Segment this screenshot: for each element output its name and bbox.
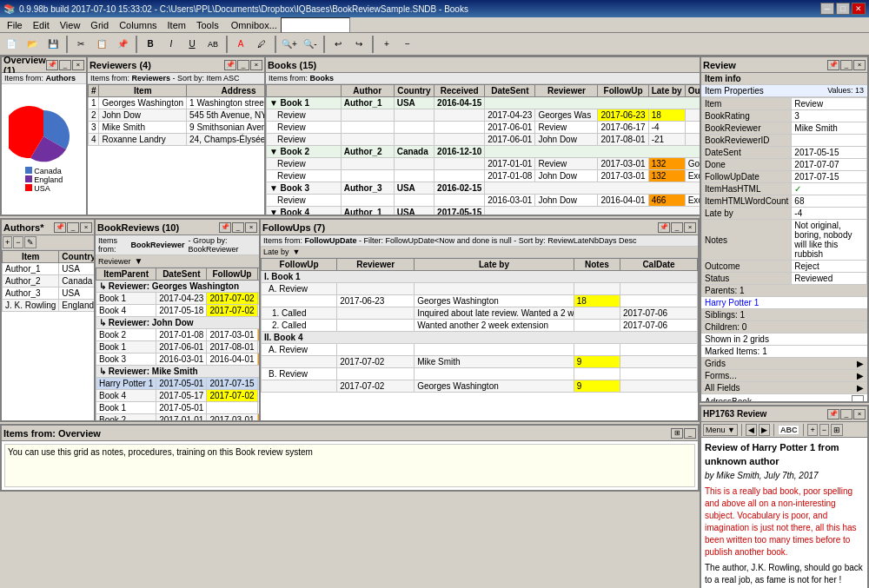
overview-controls[interactable]: 📌 _ ×	[46, 60, 84, 70]
book-sub-row[interactable]: Review 2017-04-23 Georges Was 2017-06-23…	[266, 109, 700, 122]
fu-row[interactable]: 2017-07-02 Georges Washington 9	[262, 380, 698, 393]
br-row-selected[interactable]: Harry Potter 1 2017-05-01 2017-07-15 -4 …	[96, 378, 260, 390]
reviewers-pin[interactable]: 📌	[224, 60, 236, 70]
br-controls[interactable]: 📌 _ ×	[219, 222, 257, 233]
authors-sub-pin[interactable]: 📌	[54, 222, 66, 233]
rt-close[interactable]: ×	[853, 409, 866, 420]
reviewers-controls[interactable]: 📌 _ ×	[224, 60, 262, 70]
fu-pin[interactable]: 📌	[658, 222, 670, 233]
cut-button[interactable]: ✂	[71, 35, 90, 54]
book-sub-row[interactable]: Review 2016-03-01 John Dow 2016-04-01 46…	[266, 195, 700, 207]
ri-close[interactable]: ×	[853, 60, 866, 70]
rt-controls[interactable]: 📌 _ ×	[827, 409, 866, 420]
fu-grid[interactable]: FollowUp Reviewer Late by Notes CalDate …	[261, 258, 698, 420]
new-button[interactable]: 📄	[2, 35, 21, 54]
reviewer-row[interactable]: 2 John Dow 545 5th Avenue, NY NY@NY	[88, 109, 264, 122]
maximize-button[interactable]: □	[836, 3, 850, 15]
authors-add[interactable]: +	[3, 236, 12, 248]
rt-pin[interactable]: 📌	[827, 409, 839, 420]
reviewers-close[interactable]: ×	[250, 60, 262, 70]
rt-zoom-in[interactable]: +	[807, 424, 817, 436]
br-row[interactable]: Book 2 2017-01-08 2017-03-01 132 Excelle…	[96, 329, 260, 341]
author-row[interactable]: Author_1USA	[3, 263, 95, 275]
book-group-row[interactable]: ▼ Book 4 Author_1 USA 2017-05-15	[266, 207, 700, 215]
forms-section[interactable]: Forms... ▶	[701, 370, 867, 382]
zoom-in-button[interactable]: 🔍+	[280, 35, 299, 54]
authors-sub-controls[interactable]: 📌 _ ×	[54, 222, 92, 233]
br-row[interactable]: Book 1 2017-06-01 2017-08-01 -21	[96, 341, 260, 353]
menu-item[interactable]: Item	[163, 19, 191, 31]
book-group-row[interactable]: ▼ Book 1 Author_1 USA 2016-04-15	[266, 97, 700, 109]
ab-button[interactable]: AB	[203, 35, 222, 54]
books-grid[interactable]: Author Country Received DateSent Reviewe…	[266, 84, 700, 215]
underline-button[interactable]: U	[182, 35, 202, 54]
oi-expand[interactable]: ⊞	[671, 428, 683, 439]
rt-min[interactable]: _	[840, 409, 852, 420]
authors-sub-grid[interactable]: Item Country Author_1USA Author_2Canada …	[2, 250, 94, 420]
book-sub-row[interactable]: Review 2017-01-01 Review 2017-03-01 132 …	[266, 158, 700, 170]
book-group-row[interactable]: ▼ Book 2 Author_2 Canada 2016-12-10 Acce…	[266, 146, 700, 158]
fu-row[interactable]: 2017-06-23 Georges Washington 18	[262, 295, 698, 307]
reviewer-row[interactable]: 4 Roxanne Landry 24, Champs-Élysées, Par…	[88, 134, 264, 146]
save-button[interactable]: 💾	[43, 35, 63, 54]
rt-fwd-btn[interactable]: ▶	[759, 424, 770, 436]
br-row[interactable]: Book 1 2017-05-01 -4 No time to review, …	[96, 402, 260, 414]
minimize-button[interactable]: ─	[820, 3, 834, 15]
oi-min[interactable]: _	[684, 428, 696, 439]
reviewers-grid[interactable]: # Item Address EMail 1 Georges Washingto…	[88, 84, 264, 215]
copy-button[interactable]: 📋	[92, 35, 111, 54]
br-row[interactable]: Book 3 2016-03-01 2016-04-01 466	[96, 353, 260, 366]
reviewer-row[interactable]: 3 Mike Smith 9 Smithsonian Avenue, Washi…	[88, 122, 264, 134]
ri-min[interactable]: _	[840, 60, 852, 70]
menu-grid[interactable]: Grid	[85, 19, 114, 31]
author-row[interactable]: Author_2Canada	[3, 275, 95, 287]
fu-row[interactable]: A. Review	[262, 283, 698, 295]
close-button[interactable]: ✕	[852, 3, 866, 15]
rt-back-btn[interactable]: ◀	[746, 424, 757, 436]
authors-del[interactable]: −	[13, 236, 23, 248]
zoom-out-button[interactable]: 🔍-	[301, 35, 320, 54]
authors-sub-min[interactable]: _	[67, 222, 79, 233]
delete-row-button[interactable]: −	[398, 35, 417, 54]
highlight-button[interactable]: 🖊	[252, 35, 271, 54]
rt-expand-btn[interactable]: ⊞	[831, 424, 843, 436]
omnibox-input[interactable]	[281, 17, 350, 33]
br-row[interactable]: Book 4 2017-05-18 2017-07-02 9	[96, 305, 260, 317]
all-fields-section[interactable]: All Fields ▶	[701, 382, 867, 394]
overview-minimize[interactable]: _	[59, 60, 71, 70]
fu-controls[interactable]: 📌 _ ×	[658, 222, 696, 233]
add-row-button[interactable]: +	[377, 35, 396, 54]
oi-controls[interactable]: ⊞ _	[671, 428, 696, 439]
review-info-controls[interactable]: 📌 _ ×	[827, 60, 866, 70]
overview-pin[interactable]: 📌	[46, 60, 58, 70]
fu-row[interactable]: 2. Called Wanted another 2 week extensio…	[262, 320, 698, 332]
ri-pin[interactable]: 📌	[827, 60, 839, 70]
author-row[interactable]: J. K. RowlingEngland	[3, 300, 95, 312]
menu-columns[interactable]: Columns	[114, 19, 162, 31]
fu-row[interactable]: 1. Called Inquired about late review. Wa…	[262, 307, 698, 320]
book-group-row[interactable]: ▼ Book 3 Author_3 USA 2016-02-15 Accepte…	[266, 182, 700, 195]
fu-row[interactable]: A. Review	[262, 344, 698, 356]
paste-button[interactable]: 📌	[113, 35, 132, 54]
rt-menu-btn[interactable]: Menu ▼	[703, 424, 738, 436]
authors-sub-close[interactable]: ×	[80, 222, 92, 233]
reviewers-min[interactable]: _	[237, 60, 249, 70]
br-row[interactable]: Book 1 2017-04-23 2017-07-02 18	[96, 293, 260, 305]
fu-row[interactable]: 2017-07-02 Mike Smith 9	[262, 356, 698, 368]
menu-file[interactable]: File	[2, 19, 28, 31]
title-bar-controls[interactable]: ─ □ ✕	[820, 3, 866, 15]
br-min[interactable]: _	[232, 222, 244, 233]
author-row[interactable]: Author_3USA	[3, 287, 95, 300]
address-book-checkbox[interactable]	[852, 395, 864, 401]
book-sub-row[interactable]: Review 2017-06-01 John Dow 2017-08-01 -2…	[266, 134, 700, 146]
fu-close[interactable]: ×	[684, 222, 696, 233]
rt-zoom-out[interactable]: −	[819, 424, 829, 436]
fu-min[interactable]: _	[671, 222, 683, 233]
authors-edit[interactable]: ✎	[24, 236, 36, 248]
overview-close[interactable]: ×	[72, 60, 84, 70]
br-grid[interactable]: ItemParent DateSent FollowUp Late by Out…	[96, 268, 259, 420]
menu-edit[interactable]: Edit	[28, 19, 55, 31]
bold-button[interactable]: B	[141, 35, 160, 54]
parent-item-link[interactable]: Harry Potter 1	[701, 297, 867, 309]
font-color-button[interactable]: A	[231, 35, 250, 54]
